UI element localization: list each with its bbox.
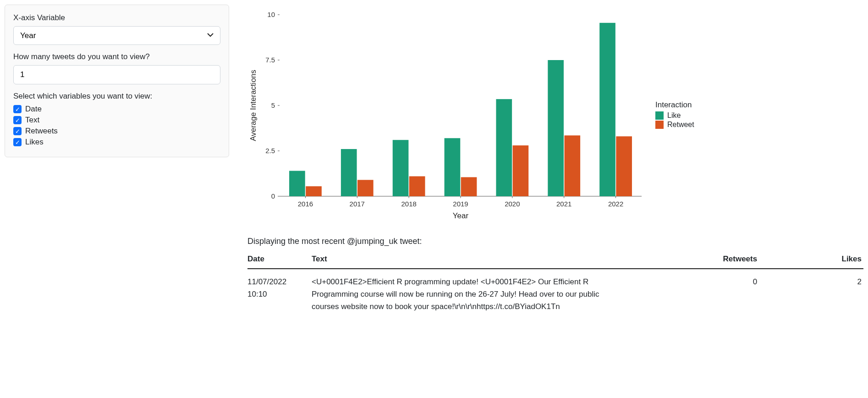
controls-panel: X-axis Variable Year How many tweets do … — [5, 5, 229, 157]
col-text: Text — [312, 251, 605, 269]
svg-rect-25 — [445, 138, 461, 196]
checkbox-likes[interactable]: ✓ Likes — [13, 138, 220, 147]
cell-retweets: 0 — [605, 269, 759, 320]
svg-rect-30 — [513, 145, 529, 196]
svg-rect-22 — [409, 176, 425, 196]
legend-swatch — [655, 111, 664, 120]
svg-text:2017: 2017 — [350, 200, 365, 208]
col-retweets: Retweets — [605, 251, 759, 269]
svg-rect-29 — [496, 99, 512, 196]
svg-text:2020: 2020 — [505, 200, 520, 208]
col-likes: Likes — [759, 251, 863, 269]
checkbox-box[interactable]: ✓ — [13, 138, 22, 146]
checkbox-box[interactable]: ✓ — [13, 127, 22, 135]
check-icon: ✓ — [15, 117, 20, 123]
svg-text:2018: 2018 — [401, 200, 416, 208]
svg-text:2016: 2016 — [298, 200, 313, 208]
svg-rect-13 — [289, 171, 305, 196]
svg-rect-34 — [564, 135, 580, 196]
legend-label: Like — [667, 111, 681, 120]
legend-item: Like — [655, 111, 694, 120]
cell-date: 11/07/202210:10 — [247, 269, 312, 320]
tweet-count-label: How many tweets do you want to view? — [13, 52, 220, 61]
tweets-table: Date Text Retweets Likes 11/07/202210:10… — [247, 251, 863, 320]
checkbox-label: Date — [25, 105, 42, 114]
checkbox-retweets[interactable]: ✓ Retweets — [13, 127, 220, 136]
chart-svg: 02.557.5102016201720182019202020212022Ye… — [247, 6, 646, 222]
table-row: 11/07/202210:10<U+0001F4E2>Efficient R p… — [247, 269, 863, 320]
bar-chart: 02.557.5102016201720182019202020212022Ye… — [247, 6, 646, 224]
xaxis-label: X-axis Variable — [13, 13, 220, 22]
checkbox-label: Retweets — [25, 127, 58, 136]
svg-text:Year: Year — [453, 211, 469, 220]
cell-likes: 2 — [759, 269, 863, 320]
xaxis-select[interactable]: Year — [13, 26, 220, 45]
legend-label: Retweet — [667, 121, 694, 129]
svg-text:7.5: 7.5 — [265, 56, 275, 64]
checkbox-label: Text — [25, 116, 39, 125]
vars-label: Select which variables you want to view: — [13, 92, 220, 101]
checkbox-box[interactable]: ✓ — [13, 105, 22, 113]
checkbox-text[interactable]: ✓ Text — [13, 116, 220, 125]
svg-rect-18 — [357, 180, 374, 196]
col-date: Date — [247, 251, 312, 269]
check-icon: ✓ — [15, 128, 20, 134]
svg-rect-37 — [599, 23, 615, 196]
svg-text:10: 10 — [267, 11, 275, 18]
checkbox-date[interactable]: ✓ Date — [13, 105, 220, 114]
legend-title: Interaction — [655, 100, 694, 110]
tweet-count-input[interactable] — [13, 65, 220, 84]
svg-rect-26 — [461, 177, 477, 196]
svg-text:0: 0 — [271, 192, 275, 200]
svg-text:2.5: 2.5 — [265, 147, 275, 155]
svg-rect-38 — [616, 136, 632, 196]
svg-text:2019: 2019 — [453, 200, 468, 208]
checkbox-box[interactable]: ✓ — [13, 116, 22, 124]
check-icon: ✓ — [15, 106, 20, 112]
result-caption: Displaying the most recent @jumping_uk t… — [247, 237, 863, 246]
check-icon: ✓ — [15, 139, 20, 145]
svg-text:5: 5 — [271, 101, 275, 109]
svg-rect-17 — [341, 149, 357, 196]
legend-swatch — [655, 121, 664, 129]
svg-rect-33 — [548, 60, 564, 196]
svg-rect-21 — [393, 140, 409, 196]
checkbox-label: Likes — [25, 138, 44, 147]
svg-text:Average Interactions: Average Interactions — [249, 70, 258, 141]
chart-legend: Interaction LikeRetweet — [655, 100, 694, 130]
legend-item: Retweet — [655, 121, 694, 129]
svg-text:2021: 2021 — [556, 200, 571, 208]
svg-rect-14 — [306, 186, 322, 196]
svg-text:2022: 2022 — [608, 200, 623, 208]
cell-text: <U+0001F4E2>Efficient R programming upda… — [312, 269, 605, 320]
